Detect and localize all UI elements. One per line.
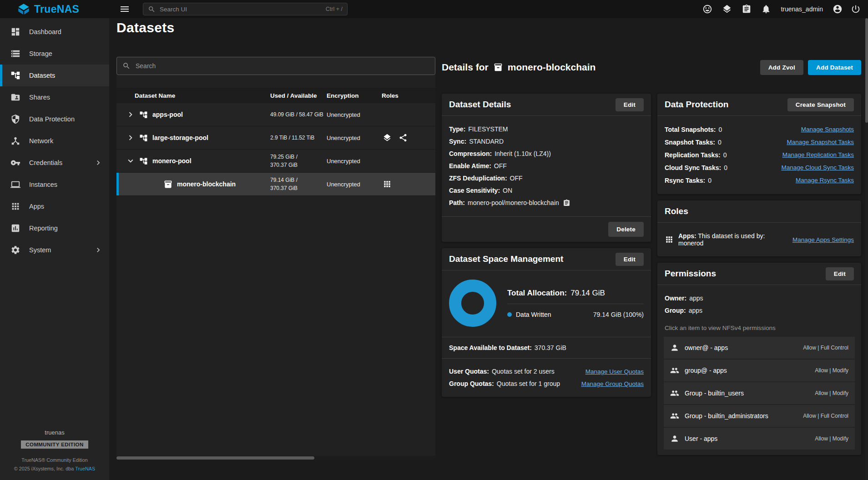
permission-level-label: Allow | Modify — [815, 390, 848, 396]
layers-icon — [383, 133, 392, 142]
truenas-footer-link[interactable]: TrueNAS — [75, 466, 95, 471]
detail-row-path: Path: monero-pool/monero-blockchain — [449, 197, 644, 209]
layers-icon[interactable] — [722, 4, 732, 14]
permission-level-label: Allow | Full Control — [803, 413, 848, 419]
roles-title: Roles — [665, 206, 688, 216]
create-snapshot-button[interactable]: Create Snapshot — [787, 98, 854, 111]
permission-item-user-apps[interactable]: User - apps Allow | Modify — [664, 428, 855, 450]
horizontal-scrollbar[interactable] — [116, 456, 435, 460]
vertical-scrollbar-thumb[interactable] — [865, 18, 868, 123]
reporting-icon — [10, 223, 20, 233]
sidebar-item-label: Instances — [29, 181, 57, 188]
permission-level-label: Allow | Modify — [815, 435, 848, 442]
horizontal-scrollbar-thumb[interactable] — [116, 456, 314, 460]
dataset-row-large-storage-pool[interactable]: large-storage-pool 2.9 TiB / 11.52 TiB U… — [116, 126, 435, 150]
vertical-scrollbar[interactable] — [865, 18, 868, 480]
sidebar-item-apps[interactable]: Apps — [0, 195, 109, 217]
space-management-title: Dataset Space Management — [449, 254, 563, 264]
space-edit-button[interactable]: Edit — [616, 253, 644, 266]
edition-line: TrueNAS® Community Edition — [5, 456, 105, 464]
page-title: Datasets — [116, 20, 861, 35]
truenas-logo-text[interactable]: TrueNAS — [34, 3, 79, 15]
shares-icon — [10, 92, 20, 102]
expand-toggle-icon[interactable] — [124, 109, 137, 120]
permission-item-group-apps[interactable]: group@ - apps Allow | Modify — [664, 360, 855, 382]
dataset-row-monero-blockchain[interactable]: monero-blockchain 79.14 GiB /370.37 GiB … — [116, 173, 435, 196]
logo[interactable]: TrueNAS — [0, 3, 109, 15]
global-search[interactable]: Ctrl + / — [143, 3, 348, 15]
manage-snapshots-link[interactable]: Manage Snapshots — [801, 123, 854, 136]
permissions-list: owner@ - apps Allow | Full Control group… — [664, 337, 855, 450]
add-zvol-button[interactable]: Add Zvol — [760, 60, 803, 75]
encryption-value: Unencrypted — [327, 135, 382, 141]
sidebar-item-data-protection[interactable]: Data Protection — [0, 108, 109, 130]
delete-dataset-button[interactable]: Delete — [608, 222, 644, 237]
sidebar-item-label: Data Protection — [29, 115, 75, 123]
dataset-search-input[interactable] — [136, 62, 429, 70]
sidebar-item-dashboard[interactable]: Dashboard — [0, 21, 109, 43]
add-dataset-button[interactable]: Add Dataset — [808, 60, 861, 75]
dataset-icon — [164, 180, 172, 189]
sidebar-item-system[interactable]: System — [0, 239, 109, 261]
menu-icon — [119, 4, 130, 15]
dataset-icon — [494, 63, 503, 72]
manage-cloud-sync-tasks-link[interactable]: Manage Cloud Sync Tasks — [781, 161, 854, 174]
shield-icon — [10, 114, 20, 124]
used-available-value: 79.25 GiB /370.37 GiB — [270, 153, 327, 169]
sidebar-item-reporting[interactable]: Reporting — [0, 217, 109, 239]
manage-user-quotas-link[interactable]: Manage User Quotas — [585, 365, 644, 378]
global-search-input[interactable] — [160, 6, 322, 13]
search-icon — [148, 5, 156, 13]
sidebar-item-label: Reporting — [29, 225, 58, 232]
sidebar-item-datasets[interactable]: Datasets — [0, 65, 109, 86]
copy-path-icon[interactable] — [563, 199, 570, 207]
sidebar-item-label: Network — [29, 137, 53, 145]
permission-item-owner-apps[interactable]: owner@ - apps Allow | Full Control — [664, 337, 855, 360]
username-label[interactable]: truenas_admin — [781, 5, 823, 13]
account-circle-icon[interactable] — [833, 4, 843, 14]
roles-text: Apps: This dataset is used by: monerod — [678, 232, 788, 247]
sidebar-item-network[interactable]: Network — [0, 130, 109, 152]
collapse-toggle-icon[interactable] — [124, 155, 137, 166]
permission-item-group-builtin-users[interactable]: Group - builtin_users Allow | Modify — [664, 382, 855, 405]
copyright-line: © 2025 iXsystems, Inc. dba TrueNAS — [5, 465, 105, 473]
topbar: TrueNAS Ctrl + / truenas_admin — [0, 0, 868, 18]
dataset-details-edit-button[interactable]: Edit — [616, 98, 644, 111]
mood-icon[interactable] — [702, 4, 712, 14]
permission-item-group-builtin-administrators[interactable]: Group - builtin_administrators Allow | F… — [664, 405, 855, 428]
sidebar-item-label: Credentials — [29, 159, 62, 166]
dataset-row-apps-pool[interactable]: apps-pool 49.09 GiB / 58.47 GiB Unencryp… — [116, 103, 435, 126]
network-icon — [10, 136, 20, 146]
chevron-right-icon — [94, 158, 103, 167]
menu-toggle-button[interactable] — [119, 4, 130, 15]
sidebar-item-storage[interactable]: Storage — [0, 43, 109, 65]
permissions-edit-button[interactable]: Edit — [826, 267, 854, 280]
sidebar-item-credentials[interactable]: Credentials — [0, 152, 109, 174]
group-row: Group:apps — [665, 305, 854, 317]
manage-snapshot-tasks-link[interactable]: Manage Snapshot Tasks — [787, 136, 854, 149]
sidebar: Dashboard Storage Datasets Shares Data P… — [0, 18, 109, 480]
apps-icon — [665, 235, 674, 244]
manage-apps-settings-link[interactable]: Manage Apps Settings — [792, 236, 854, 243]
dataset-search[interactable] — [116, 57, 435, 75]
manage-replication-tasks-link[interactable]: Manage Replication Tasks — [782, 149, 854, 161]
power-icon[interactable] — [851, 4, 861, 14]
encryption-value: Unencrypted — [327, 158, 382, 165]
details-section: Details for monero-blockchain Add Zvol A… — [442, 57, 861, 455]
quota-row-group-quotas: Group Quotas: Quotas set for 1 group Man… — [449, 378, 644, 390]
bell-icon[interactable] — [761, 4, 771, 14]
manage-group-quotas-link[interactable]: Manage Group Quotas — [581, 378, 644, 390]
manage-rsync-tasks-link[interactable]: Manage Rsync Tasks — [796, 174, 854, 187]
sidebar-item-shares[interactable]: Shares — [0, 86, 109, 108]
roles-card: Roles Apps: This dataset is used by: mon… — [657, 200, 861, 256]
quota-row-user-quotas: User Quotas: Quotas set for 2 users Mana… — [449, 365, 644, 378]
dp-row-cloud-sync-tasks: Cloud Sync Tasks: 0 Manage Cloud Sync Ta… — [665, 161, 854, 174]
dataset-row-monero-pool[interactable]: monero-pool 79.25 GiB /370.37 GiB Unencr… — [116, 150, 435, 173]
detail-row-enable-atime: Enable Atime: OFF — [449, 160, 644, 172]
data-written-legend: Data Written 79.14 GiB (100%) — [507, 311, 644, 318]
sidebar-item-instances[interactable]: Instances — [0, 174, 109, 195]
expand-toggle-icon[interactable] — [124, 132, 137, 143]
dataset-rows: apps-pool 49.09 GiB / 58.47 GiB Unencryp… — [116, 103, 435, 196]
details-header: Details for monero-blockchain Add Zvol A… — [442, 57, 861, 78]
clipboard-icon[interactable] — [742, 4, 752, 14]
